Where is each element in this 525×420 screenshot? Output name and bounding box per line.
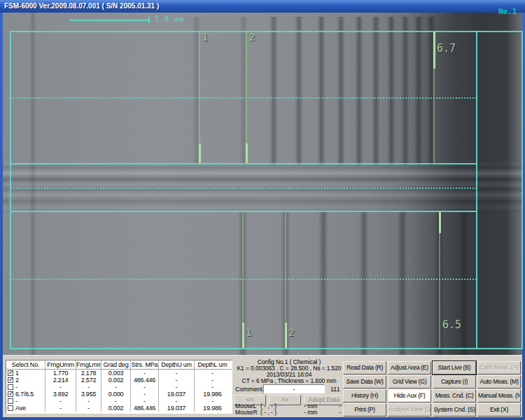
hide-aux-button[interactable]: Hide Aux (F) — [388, 389, 431, 402]
exit-button[interactable]: Exit (X) — [477, 403, 521, 416]
table-row[interactable]: 1 1.770 2.178 0.003 - - - — [6, 370, 232, 377]
row-label: 1 — [15, 370, 19, 377]
cell-grad: 0.003 — [102, 370, 131, 377]
marker-label-top-2: 2 — [249, 31, 255, 43]
start-live-button[interactable]: Start Live (B) — [433, 361, 476, 374]
middle-dotted-line — [10, 188, 477, 189]
config-section: Config No.1 ( Chemical ) K1 = 0.003063 ,… — [232, 356, 346, 418]
upper-area-center-dotted-line — [10, 97, 477, 99]
save-data-button[interactable]: Save Data (W) — [343, 375, 386, 388]
title-bar: FSM-6000 Ver.2009.08.07.001 ( S/N 2005.0… — [0, 0, 525, 13]
area-right-divider-line[interactable] — [476, 31, 477, 348]
cell-strs: 486.446 — [131, 377, 159, 384]
table-row[interactable]: - - - - - - - — [6, 398, 232, 405]
table-row[interactable]: - - - - - - - — [6, 384, 232, 391]
cell-strs: - — [131, 384, 159, 391]
measurement-table: Select No. FrngUmm FrngLmm Grad deg Strs… — [6, 360, 232, 414]
row-label: 2 — [15, 377, 19, 384]
mouse-left-readout: MouseL ( - , - ) - mm - — [232, 402, 346, 409]
cell-depthl: - — [195, 377, 230, 384]
comment-input[interactable] — [263, 384, 325, 393]
cell-frngu: - — [46, 398, 76, 405]
table-row[interactable]: 6.7/6.5 3.892 3.955 0.000 - 19.037 19.98… — [6, 391, 232, 398]
comment-label: Comment — [235, 386, 262, 393]
system-cnd-button[interactable]: System Cnd. (S) — [433, 403, 476, 416]
control-panel: Select No. FrngUmm FrngLmm Grad deg Strs… — [3, 355, 522, 417]
mouse-right-coords: ( - , - ) — [260, 409, 276, 416]
meas-cnd-button[interactable]: Meas. Cnd. (C) — [433, 389, 476, 402]
grid-view-button[interactable]: Grid View (G) — [388, 375, 431, 388]
cell-frngl: - — [76, 405, 102, 412]
cell-depthl: - — [195, 370, 230, 377]
cell-grad: 0.002 — [102, 377, 131, 384]
cell-depthu: - — [159, 370, 195, 377]
scale-bar-tick — [148, 17, 150, 23]
cell-frngu: 2.214 — [46, 377, 76, 384]
calib-meas-button: Calib Meas. (A) — [477, 361, 521, 374]
measure-area-rect[interactable] — [10, 31, 523, 349]
capture-button[interactable]: Capture (I) — [433, 375, 476, 388]
row-label: - — [15, 398, 18, 405]
cell-grad: 0.000 — [102, 391, 131, 398]
marker-label-top-67: 6.7 — [437, 42, 456, 55]
row-checkbox[interactable] — [8, 384, 13, 390]
cell-frngl: 2.572 — [76, 377, 102, 384]
fringe-marker-top-67-highlight — [433, 32, 435, 69]
row-label: 6.7/6.5 — [15, 391, 34, 398]
cell-frngu: - — [46, 405, 76, 412]
col-header-depthl: DepthL um — [195, 360, 230, 369]
table-header-row: Select No. FrngUmm FrngLmm Grad deg Strs… — [6, 360, 232, 370]
fringe-marker-bottom-1-highlight — [242, 323, 244, 348]
comment-count: 111 — [330, 386, 340, 393]
table-row[interactable]: 2 2.214 2.572 0.002 486.446 - - — [6, 377, 232, 384]
fringe-marker-bottom-65-highlight — [439, 212, 441, 233]
cell-frngl: - — [76, 384, 102, 391]
marker-label-top-1: 1 — [202, 31, 208, 43]
cell-depthu: - — [159, 377, 195, 384]
lower-area-top-line[interactable] — [10, 211, 477, 212]
mouse-right-extra: - — [339, 409, 341, 416]
window-title: FSM-6000 Ver.2009.08.07.001 ( S/N 2005.0… — [4, 2, 159, 10]
manual-meas-button[interactable]: Manual Meas. (N) — [477, 389, 521, 402]
cell-depthl: 19.986 — [195, 405, 230, 412]
col-header-frngl: FrngLmm — [76, 360, 102, 369]
config-ct-thickness: CT = 6 MPa , Thickness = 1.600 mm — [232, 377, 346, 384]
row-label: Ave — [15, 405, 26, 412]
print-button[interactable]: Print (P) — [343, 403, 386, 416]
upper-area-bottom-line[interactable] — [10, 163, 477, 164]
auto-meas-button[interactable]: Auto Meas. (M) — [477, 375, 521, 388]
cell-frngl: - — [76, 398, 102, 405]
row-checkbox[interactable] — [8, 405, 13, 411]
mouse-right-label: MouseR — [235, 409, 258, 416]
analysis-view-button: Analysis View (U) — [388, 403, 431, 416]
mouse-right-readout: MouseR ( - , - ) - mm - — [232, 409, 346, 415]
col-header-frngu: FrngUmm — [46, 360, 76, 369]
row-checkbox[interactable] — [8, 391, 13, 397]
row-checkbox[interactable] — [8, 398, 13, 404]
col-header-strs: Strs. MPa — [131, 360, 159, 369]
cell-depthu: - — [159, 398, 195, 405]
cell-depthu: 19.037 — [159, 391, 195, 398]
read-data-button[interactable]: Read Data (R) — [343, 361, 386, 374]
table-row-average[interactable]: Ave - - 0.002 486.446 19.037 19.986 — [6, 405, 232, 412]
row-checkbox[interactable] — [8, 370, 13, 376]
cell-depthl: - — [195, 398, 230, 405]
marker-label-bottom-2: 2 — [288, 327, 294, 338]
cell-depthu: - — [159, 384, 195, 391]
adjust-area-button[interactable]: Adjust Area (E) — [388, 361, 431, 374]
row-label: - — [15, 384, 18, 391]
row-checkbox[interactable] — [8, 377, 13, 383]
cell-strs: - — [131, 370, 159, 377]
cell-strs: - — [131, 391, 159, 398]
history-button[interactable]: History (H) — [343, 389, 386, 402]
cell-frngu: - — [46, 384, 76, 391]
fringe-marker-top-1-highlight — [199, 144, 201, 163]
cell-frngl: 2.178 — [76, 370, 102, 377]
cell-grad: - — [102, 398, 131, 405]
col-header-depthu: DepthU um — [159, 360, 195, 369]
marker-label-bottom-1: 1 — [246, 327, 251, 338]
lower-area-center-dotted-line — [10, 279, 477, 280]
cell-strs: - — [131, 398, 159, 405]
app-window: FSM-6000 Ver.2009.08.07.001 ( S/N 2005.0… — [0, 0, 525, 420]
cell-depthl: - — [195, 384, 230, 391]
